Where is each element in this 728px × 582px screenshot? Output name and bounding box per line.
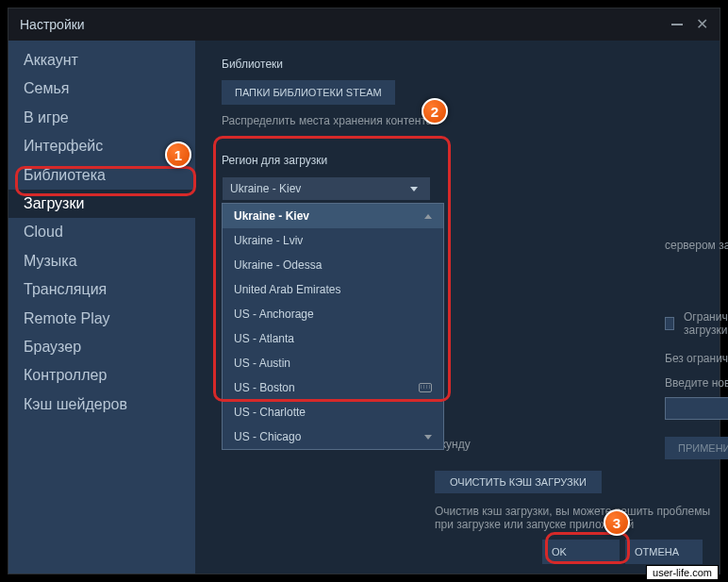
region-option[interactable]: United Arab Emirates — [223, 277, 443, 302]
region-option[interactable]: US - Atlanta — [223, 326, 443, 351]
watermark: user-life.com — [646, 565, 719, 580]
sidebar-item-11[interactable]: Контроллер — [8, 361, 195, 390]
sidebar-item-12[interactable]: Кэш шейдеров — [8, 391, 195, 419]
chevron-down-icon — [405, 180, 422, 197]
region-option[interactable]: US - Austin — [223, 351, 443, 375]
callout-1: 1 — [165, 141, 191, 168]
footer-buttons: OK ОТМЕНА — [542, 540, 703, 564]
scroll-up-icon[interactable] — [424, 214, 432, 219]
enter-new-label: Введите новое значение: — [665, 376, 728, 390]
limit-input[interactable] — [665, 397, 728, 420]
apply-button[interactable]: ПРИМЕНИТЬ — [665, 437, 728, 459]
clear-cache-button[interactable]: ОЧИСТИТЬ КЭШ ЗАГРУЗКИ — [435, 471, 602, 493]
region-option[interactable]: US - Boston — [223, 375, 443, 400]
sidebar-item-4[interactable]: Библиотека — [8, 161, 195, 190]
no-limit-text: Без ограничения — [665, 352, 728, 365]
region-option[interactable]: US - Chicago — [223, 424, 443, 449]
sidebar-item-0[interactable]: Аккаунт — [8, 46, 195, 75]
scroll-down-icon[interactable] — [424, 435, 432, 440]
sidebar: АккаунтСемьяВ игреИнтерфейсБиблиотекаЗаг… — [8, 41, 195, 574]
limit-label: Ограничить скорость загрузки до: — [684, 310, 728, 337]
sidebar-item-5[interactable]: Загрузки — [8, 190, 195, 218]
callout-3: 3 — [604, 509, 630, 536]
sidebar-item-10[interactable]: Браузер — [8, 333, 195, 361]
limit-checkbox[interactable] — [665, 317, 674, 330]
region-select[interactable]: Ukraine - Kiev — [222, 176, 431, 201]
library-folders-button[interactable]: ПАПКИ БИБЛИОТЕКИ STEAM — [222, 80, 395, 105]
download-region-section: Регион для загрузки Ukraine - Kiev Ukrai… — [222, 154, 701, 201]
sidebar-item-7[interactable]: Музыка — [8, 247, 195, 275]
region-option[interactable]: Ukraine - Lviv — [223, 228, 443, 253]
region-option[interactable]: US - Charlotte — [223, 400, 443, 424]
libraries-heading: Библиотеки — [222, 58, 701, 71]
region-server-note: сервером загрузок, но его можно изменить — [665, 239, 728, 252]
sidebar-item-2[interactable]: В игре — [8, 104, 195, 132]
window-title: Настройки — [20, 17, 85, 32]
clear-cache-section: ОЧИСТИТЬ КЭШ ЗАГРУЗКИ Очистив кэш загруз… — [435, 471, 720, 531]
region-option[interactable]: Ukraine - Odessa — [223, 253, 443, 277]
callout-2: 2 — [422, 98, 448, 125]
keyboard-icon[interactable] — [419, 383, 432, 392]
region-heading: Регион для загрузки — [222, 154, 701, 167]
region-select-value: Ukraine - Kiev — [230, 182, 301, 195]
main-panel: Библиотеки ПАПКИ БИБЛИОТЕКИ STEAM Распре… — [195, 41, 720, 574]
cancel-button[interactable]: ОТМЕНА — [625, 540, 703, 564]
sidebar-item-8[interactable]: Трансляция — [8, 275, 195, 304]
sidebar-item-9[interactable]: Remote Play — [8, 305, 195, 333]
libraries-section: Библиотеки ПАПКИ БИБЛИОТЕКИ STEAM Распре… — [222, 58, 701, 127]
region-dropdown[interactable]: Ukraine - KievUkraine - LvivUkraine - Od… — [222, 203, 444, 450]
titlebar[interactable]: Настройки ✕ — [8, 8, 720, 41]
sidebar-item-1[interactable]: Семья — [8, 75, 195, 103]
region-option[interactable]: US - Anchorage — [223, 302, 443, 326]
region-option[interactable]: Ukraine - Kiev — [223, 204, 443, 228]
download-limit-section: Ограничить скорость загрузки до: Без огр… — [665, 310, 728, 459]
ok-button[interactable]: OK — [542, 540, 620, 564]
sidebar-item-6[interactable]: Cloud — [8, 218, 195, 246]
minimize-icon[interactable] — [671, 24, 683, 25]
close-icon[interactable]: ✕ — [696, 17, 708, 32]
libraries-desc: Распределить места хранения контента — [222, 114, 701, 127]
clear-cache-desc: Очистив кэш загрузки, вы можете решить п… — [435, 505, 720, 531]
